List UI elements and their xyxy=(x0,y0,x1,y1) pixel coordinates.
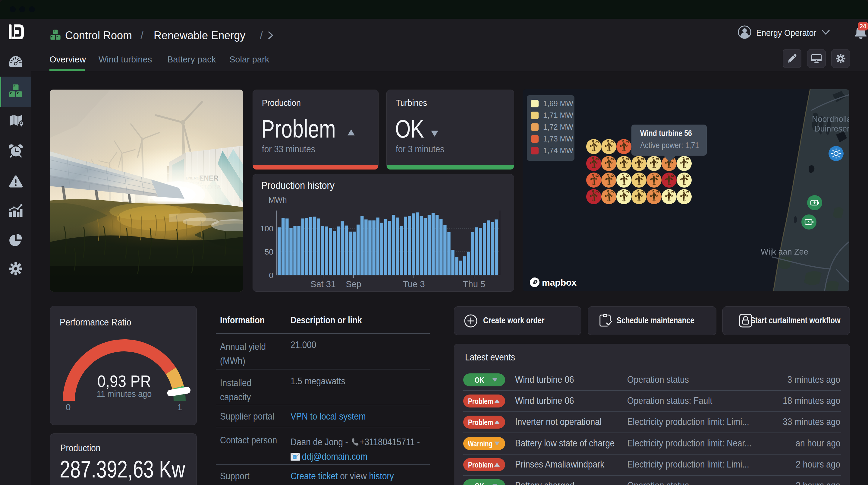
svg-text:1: 1 xyxy=(177,402,182,412)
svg-text:Wind turbine 56: Wind turbine 56 xyxy=(640,129,692,138)
svg-text:Wijk aan Zee: Wijk aan Zee xyxy=(761,247,808,256)
svg-text:Production history: Production history xyxy=(261,180,335,191)
svg-text:Active power: 1,71: Active power: 1,71 xyxy=(640,141,699,150)
svg-text:Duinreserva: Duinreserva xyxy=(814,124,849,133)
svg-text:Noordholla: Noordholla xyxy=(812,115,849,124)
svg-text:1,72 MW: 1,72 MW xyxy=(543,123,573,131)
svg-text:1,69 MW: 1,69 MW xyxy=(543,99,573,108)
svg-text:0,93 PR: 0,93 PR xyxy=(97,372,151,391)
svg-text:mapbox: mapbox xyxy=(542,278,577,287)
svg-text:Sat 31: Sat 31 xyxy=(310,279,336,289)
svg-text:Thu 5: Thu 5 xyxy=(463,279,485,289)
svg-text:Performance Ratio: Performance Ratio xyxy=(60,317,131,327)
svg-text:11 minutes ago: 11 minutes ago xyxy=(97,389,152,399)
svg-text:1,74 MW: 1,74 MW xyxy=(543,146,573,155)
svg-text:0: 0 xyxy=(66,402,71,412)
svg-text:MWh: MWh xyxy=(269,195,287,204)
svg-text:Tue 3: Tue 3 xyxy=(403,279,425,289)
svg-text:100: 100 xyxy=(260,224,273,233)
svg-text:1,71 MW: 1,71 MW xyxy=(543,111,573,119)
svg-text:Sep: Sep xyxy=(346,279,361,289)
svg-text:1,73 MW: 1,73 MW xyxy=(543,135,573,143)
svg-text:50: 50 xyxy=(265,247,273,256)
svg-text:E: E xyxy=(293,455,296,459)
svg-text:0: 0 xyxy=(269,271,273,280)
